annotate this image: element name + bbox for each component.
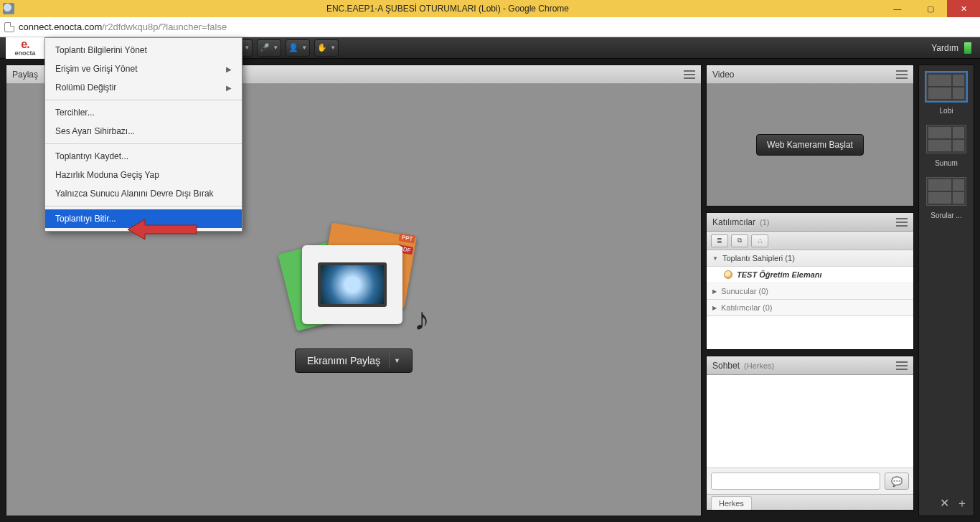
minimize-button[interactable]: — (881, 0, 914, 17)
participant-row[interactable]: TEST Öğretim Elemanı (707, 267, 913, 283)
dd-audio-wizard[interactable]: Ses Ayarı Sihirbazı... (45, 122, 242, 141)
share-screen-label: Ekranımı Paylaş (307, 355, 380, 366)
submenu-arrow-icon: ▶ (226, 84, 232, 92)
right-column: Video Web Kameramı Başlat Katılımcılar (… (706, 65, 914, 516)
url-path: /r2dfdwkqu8p/?launcher=false (102, 22, 227, 32)
layout-thumb-questions[interactable] (926, 177, 966, 206)
triangle-right-icon: ▶ (712, 288, 717, 295)
share-illustration: PPT PDF ♪ (282, 227, 425, 334)
participants-pod-header: Katılımcılar (1) (707, 213, 913, 232)
dd-manage-info[interactable]: Toplantı Bilgilerini Yönet (45, 41, 242, 60)
chat-title: Sohbet (712, 361, 740, 371)
participant-name: TEST Öğretim Elemanı (737, 270, 822, 279)
layout-label: Lobi (940, 107, 953, 115)
chat-send-button[interactable]: 💬 (885, 473, 909, 490)
chat-scope: (Herkes) (744, 361, 774, 370)
music-note-icon: ♪ (414, 301, 430, 337)
user-icon (724, 270, 732, 279)
video-pod-body: Web Kameramı Başlat (707, 84, 913, 206)
app-icon (3, 3, 14, 14)
participants-toolbar: ≣ ⧉ ⛬ (707, 232, 913, 250)
meeting-dropdown: Toplantı Bilgilerini Yönet Erişim ve Gir… (44, 37, 242, 232)
view-status-button[interactable]: ⧉ (731, 234, 748, 247)
dropdown-separator (45, 143, 242, 144)
video-pod-header: Video (707, 65, 913, 84)
url-host: connect.enocta.com (19, 22, 102, 32)
chat-pod: Sohbet (Herkes) 💬 Herkes (706, 356, 914, 511)
participants-title: Katılımcılar (712, 217, 755, 227)
triangle-down-icon: ▼ (712, 255, 718, 262)
dd-manage-access[interactable]: Erişim ve Girişi Yönet▶ (45, 60, 242, 78)
dropdown-separator (45, 206, 242, 207)
microphone-icon: 🎤 (260, 43, 270, 52)
participants-list: ▼Toplantı Sahipleri (1) TEST Öğretim Ele… (707, 250, 913, 349)
add-layout-icon[interactable]: ＋ (956, 496, 968, 511)
monitor-icon (318, 262, 387, 307)
start-webcam-button[interactable]: Web Kameramı Başlat (756, 134, 864, 156)
group-participants[interactable]: ▶Katılımcılar (0) (707, 300, 913, 316)
close-layouts-icon[interactable]: ✕ (940, 496, 949, 511)
share-pod-title: Paylaş (12, 70, 38, 80)
window-title: ENC.EAEP1-A ŞUBESİ OTURUMLARI (Lobi) - G… (14, 4, 881, 14)
webcam-icon: 👤 (288, 43, 298, 52)
video-pod: Video Web Kameramı Başlat (706, 65, 914, 207)
layout-label: Sunum (935, 159, 958, 167)
chat-input[interactable] (711, 473, 880, 490)
raise-hand-button[interactable]: ✋▼ (314, 39, 339, 57)
maximize-button[interactable]: ▢ (914, 0, 947, 17)
chat-input-row: 💬 (707, 468, 913, 494)
submenu-arrow-icon: ▶ (226, 65, 232, 73)
pod-options-icon[interactable] (896, 218, 908, 227)
chevron-down-icon: ▼ (244, 44, 250, 51)
help-menu[interactable]: Yardım (931, 43, 958, 53)
ppt-badge: PPT (399, 233, 415, 244)
chat-pod-header: Sohbet (Herkes) (707, 356, 913, 375)
dropdown-separator (45, 100, 242, 100)
pod-options-icon[interactable] (896, 70, 908, 79)
brand-logo: e. enocta (6, 37, 44, 59)
layout-thumb-presentation[interactable] (926, 125, 966, 153)
connection-indicator[interactable] (964, 42, 971, 54)
view-breakout-button[interactable]: ⛬ (751, 234, 768, 247)
dd-end-meeting[interactable]: Toplantıyı Bitir... (45, 209, 242, 228)
dd-change-role[interactable]: Rolümü Değiştir▶ (45, 78, 242, 97)
chevron-down-icon: ▼ (330, 44, 336, 51)
participants-pod: Katılımcılar (1) ≣ ⧉ ⛬ ▼Toplantı Sahiple… (706, 212, 914, 350)
close-button[interactable]: ✕ (947, 0, 980, 17)
chevron-down-icon: ▼ (301, 44, 307, 51)
window-buttons: — ▢ ✕ (881, 0, 980, 17)
microphone-button[interactable]: 🎤▼ (257, 39, 281, 57)
app-root: e. enocta Toplantı Düzenler Bölmeler Ses… (0, 37, 980, 522)
chat-tab-everyone[interactable]: Herkes (711, 496, 752, 510)
share-screen-button[interactable]: Ekranımı Paylaş ▼ (295, 348, 413, 373)
address-bar[interactable]: connect.enocta.com/r2dfdwkqu8p/?launcher… (0, 17, 980, 37)
chat-tabs: Herkes (707, 494, 913, 510)
layout-thumb-lobby[interactable] (926, 72, 966, 101)
pod-options-icon[interactable] (684, 70, 695, 79)
view-list-button[interactable]: ≣ (711, 234, 728, 247)
layouts-panel: Lobi Sunum Sorular ... ✕ ＋ (918, 65, 974, 516)
raise-hand-icon: ✋ (317, 43, 327, 52)
chat-messages (707, 375, 913, 468)
dd-record[interactable]: Toplantıyı Kaydet... (45, 147, 242, 166)
participants-count: (1) (760, 218, 769, 227)
triangle-right-icon: ▶ (712, 305, 717, 311)
group-presenters[interactable]: ▶Sunucular (0) (707, 283, 913, 300)
window-titlebar: ENC.EAEP1-A ŞUBESİ OTURUMLARI (Lobi) - G… (0, 0, 980, 17)
group-hosts[interactable]: ▼Toplantı Sahipleri (1) (707, 250, 913, 267)
pod-options-icon[interactable] (896, 361, 908, 370)
dd-preferences[interactable]: Tercihler... (45, 103, 242, 122)
page-icon (4, 22, 14, 32)
speech-bubble-icon: 💬 (891, 476, 903, 487)
webcam-button[interactable]: 👤▼ (286, 39, 310, 57)
dd-presenter-only[interactable]: Yalnızca Sunucu Alanını Devre Dışı Bırak (45, 184, 242, 203)
chevron-down-icon: ▼ (273, 44, 278, 51)
dd-prepare-mode[interactable]: Hazırlık Moduna Geçiş Yap (45, 166, 242, 184)
video-pod-title: Video (712, 70, 734, 80)
layout-label: Sorular ... (930, 212, 961, 219)
chevron-down-icon[interactable]: ▼ (389, 353, 405, 369)
